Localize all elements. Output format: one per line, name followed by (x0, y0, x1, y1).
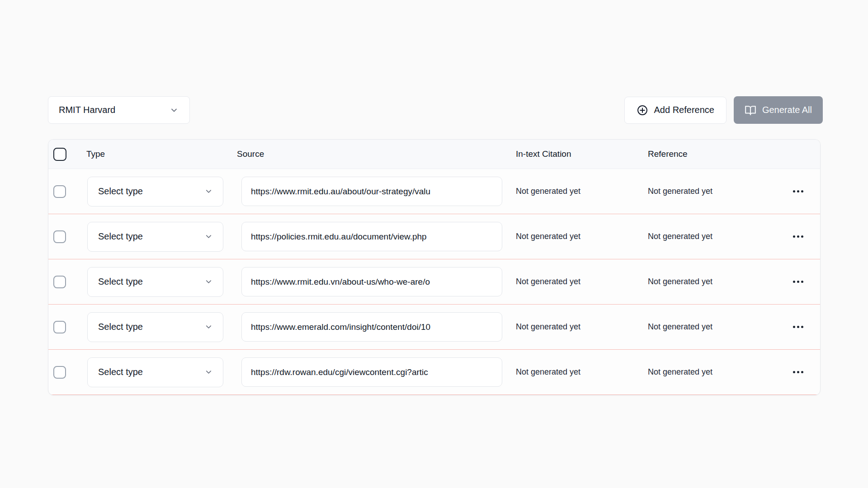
plus-circle-icon (637, 104, 648, 116)
type-select[interactable]: Select type (87, 177, 223, 206)
in-text-citation-status: Not generated yet (513, 322, 580, 332)
generate-all-label: Generate All (762, 105, 812, 115)
row-menu-button[interactable] (788, 366, 808, 378)
row-menu-button[interactable] (788, 231, 808, 242)
source-url-input[interactable] (241, 222, 502, 251)
in-text-citation-status: Not generated yet (513, 367, 580, 377)
row-checkbox[interactable] (53, 366, 66, 379)
table-row: Select type Not generated yet Not genera… (48, 259, 820, 305)
row-checkbox[interactable] (53, 276, 66, 288)
chevron-down-icon (204, 232, 213, 241)
chevron-down-icon (170, 106, 179, 115)
type-select-value: Select type (98, 231, 143, 242)
reference-status: Not generated yet (645, 187, 712, 196)
type-select-value: Select type (98, 186, 143, 197)
source-url-input[interactable] (241, 267, 502, 296)
type-select[interactable]: Select type (87, 222, 223, 252)
source-url-input[interactable] (241, 357, 502, 387)
add-reference-label: Add Reference (654, 105, 714, 115)
type-select-value: Select type (98, 322, 143, 332)
reference-status: Not generated yet (645, 322, 712, 332)
type-select-value: Select type (98, 277, 143, 287)
row-checkbox[interactable] (53, 321, 66, 333)
table-row: Select type Not generated yet Not genera… (48, 350, 820, 395)
book-open-icon (745, 104, 756, 116)
ellipsis-icon (793, 371, 795, 373)
type-select[interactable]: Select type (87, 357, 223, 387)
type-select[interactable]: Select type (87, 312, 223, 342)
select-all-checkbox[interactable] (53, 148, 66, 161)
table-row: Select type Not generated yet Not genera… (48, 169, 820, 214)
in-text-citation-status: Not generated yet (513, 277, 580, 286)
source-url-input[interactable] (241, 312, 502, 342)
table-header-row: Type Source In-text Citation Reference (48, 140, 820, 169)
in-text-citation-status: Not generated yet (513, 187, 580, 196)
header-source: Source (232, 149, 513, 159)
header-in-text-citation: In-text Citation (513, 149, 645, 159)
reference-status: Not generated yet (645, 367, 712, 377)
add-reference-button[interactable]: Add Reference (624, 97, 726, 124)
header-reference: Reference (645, 149, 776, 159)
in-text-citation-status: Not generated yet (513, 232, 580, 241)
reference-status: Not generated yet (645, 277, 712, 286)
source-url-input[interactable] (241, 177, 502, 206)
type-select-value: Select type (98, 367, 143, 377)
chevron-down-icon (204, 277, 213, 286)
type-select[interactable]: Select type (87, 267, 223, 297)
table-row: Select type Not generated yet Not genera… (48, 305, 820, 350)
ellipsis-icon (793, 235, 795, 238)
row-checkbox[interactable] (53, 230, 66, 243)
ellipsis-icon (793, 326, 795, 328)
table-row: Select type Not generated yet Not genera… (48, 214, 820, 259)
generate-all-button[interactable]: Generate All (734, 96, 823, 124)
references-table: Type Source In-text Citation Reference S… (48, 139, 821, 395)
ellipsis-icon (793, 190, 795, 192)
chevron-down-icon (204, 187, 213, 196)
toolbar-actions: Add Reference Generate All (624, 96, 823, 124)
ellipsis-icon (793, 281, 795, 283)
reference-status: Not generated yet (645, 232, 712, 241)
row-menu-button[interactable] (788, 186, 808, 197)
row-menu-button[interactable] (788, 321, 808, 333)
citation-style-select[interactable]: RMIT Harvard (48, 96, 190, 124)
row-menu-button[interactable] (788, 276, 808, 287)
row-checkbox[interactable] (53, 185, 66, 198)
chevron-down-icon (204, 368, 213, 376)
header-type: Type (83, 149, 232, 159)
chevron-down-icon (204, 323, 213, 331)
citation-style-value: RMIT Harvard (59, 105, 115, 115)
